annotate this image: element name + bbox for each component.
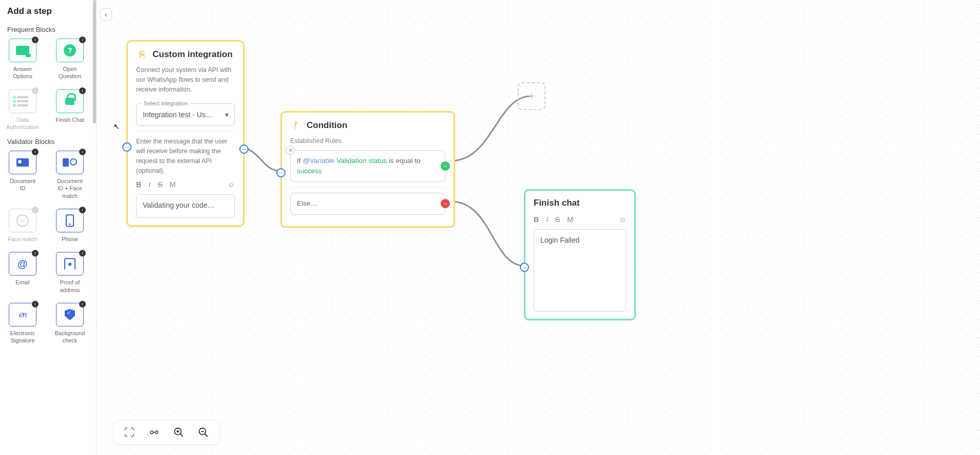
info-badge: i — [79, 207, 86, 213]
svg-line-5 — [205, 434, 208, 437]
rule-output-else[interactable]: → — [441, 199, 450, 208]
node-title: Finish chat — [534, 198, 580, 208]
italic-button[interactable]: I — [148, 179, 150, 190]
answer-icon — [16, 46, 29, 55]
format-bar: B I S M ☺ — [136, 179, 235, 190]
zoom-out-button[interactable] — [197, 426, 210, 439]
block-label: Data Authorization — [6, 116, 39, 131]
strike-button[interactable]: S — [555, 214, 560, 225]
integration-help: Enter the message that the user will rec… — [136, 137, 235, 175]
section-frequent-title: Frequent Blocks — [7, 26, 89, 33]
mono-button[interactable]: M — [567, 214, 573, 225]
info-badge: i — [32, 250, 39, 257]
zoom-in-button[interactable] — [172, 426, 185, 439]
block-data-auth[interactable]: i Data Authorization — [7, 89, 38, 131]
italic-button[interactable]: I — [546, 214, 548, 225]
block-electronic-signature[interactable]: ℯni Electronic Signature — [7, 303, 38, 344]
validators-grid: i Document ID i Document ID + Face match… — [7, 151, 89, 344]
info-badge: i — [32, 87, 39, 94]
info-badge: i — [32, 37, 39, 43]
rule-output-success[interactable]: → — [441, 161, 450, 171]
block-label: Background check — [54, 330, 85, 344]
rule-value: success — [297, 167, 322, 175]
port-in[interactable]: → — [520, 263, 529, 272]
rule-else-label: Else… — [297, 199, 317, 207]
flow-canvas[interactable]: ‹ ⎘ Custom integration Connect your syst… — [97, 0, 980, 455]
block-label: Face match — [8, 235, 37, 243]
fit-view-button[interactable]: ⛶ — [123, 426, 136, 439]
lock-icon — [65, 98, 74, 105]
block-label: Open Question — [54, 65, 85, 80]
signature-icon: ℯn — [18, 310, 27, 319]
collapse-sidebar-button[interactable]: ‹ — [100, 8, 112, 21]
block-finish-chat[interactable]: i Finish Chat — [54, 89, 85, 131]
select-label: Select integration — [141, 99, 190, 108]
data-icon — [17, 96, 28, 106]
rule-variable-name: Validation status — [336, 157, 387, 165]
block-label: Proof of address — [54, 279, 85, 294]
phone-icon — [66, 214, 74, 227]
finish-message-input[interactable]: Login Failed — [534, 229, 626, 312]
format-bar: B I S M ☺ — [534, 214, 626, 225]
port-in[interactable]: → — [276, 168, 286, 177]
block-proof-address[interactable]: i Proof of address — [54, 252, 85, 294]
info-badge: i — [32, 149, 39, 155]
emoji-button[interactable]: ☺ — [228, 179, 235, 190]
rule-variable-token: @Variable — [303, 157, 334, 165]
block-docid-face[interactable]: i Document ID + Face match — [54, 151, 85, 199]
cursor-icon: ↖ — [114, 122, 120, 131]
canvas-toolbar: ⛶ ⚯ — [113, 420, 220, 445]
info-badge: i — [32, 207, 39, 213]
node-finish-chat[interactable]: Finish chat B I S M ☺ Login Failed → — [524, 189, 636, 320]
svg-line-1 — [180, 434, 183, 437]
info-badge: i — [32, 301, 39, 307]
block-label: Electronic Signature — [7, 330, 38, 344]
layout-button[interactable]: ⚯ — [147, 426, 161, 439]
info-badge: i — [79, 250, 86, 257]
frequent-grid: i Answer Options ?i Open Question i Data… — [7, 39, 89, 131]
document-id-icon — [16, 158, 29, 167]
integration-icon: ⎘ — [136, 49, 147, 60]
email-icon: @ — [17, 258, 28, 270]
docid-face-icon — [63, 158, 77, 167]
condition-subtitle: Established Rules — [290, 136, 445, 146]
port-in[interactable]: → — [122, 142, 131, 152]
rule-if-kw: If — [297, 157, 301, 165]
bold-button[interactable]: B — [136, 179, 141, 190]
section-validators-title: Validator Blocks — [7, 138, 89, 145]
add-step-slot[interactable]: + — [518, 82, 545, 110]
remove-rule-button[interactable]: ✕ — [286, 145, 295, 155]
block-label: Document ID — [7, 177, 38, 192]
mono-button[interactable]: M — [169, 179, 176, 190]
block-label: Answer Options — [7, 65, 38, 80]
port-out[interactable]: → — [239, 144, 249, 154]
block-label: Phone — [62, 235, 78, 243]
condition-rule-if[interactable]: ✕ If @Variable Validation status is equa… — [290, 150, 445, 183]
bold-button[interactable]: B — [534, 214, 539, 225]
strike-button[interactable]: S — [158, 179, 162, 190]
integration-message-input[interactable]: Validating your code… — [136, 194, 235, 218]
rule-operator: is equal to — [389, 157, 421, 165]
emoji-button[interactable]: ☺ — [619, 214, 626, 225]
integration-desc: Connect your system via API with our Wha… — [136, 65, 235, 94]
node-title: Condition — [307, 120, 347, 131]
block-open-question[interactable]: ?i Open Question — [54, 39, 85, 80]
block-label: Email — [15, 279, 30, 286]
block-email[interactable]: @i Email — [7, 252, 38, 294]
block-background-check[interactable]: i Background check — [54, 303, 85, 344]
info-badge: i — [79, 37, 86, 43]
proof-icon — [64, 258, 76, 269]
block-label: Document ID + Face match — [54, 177, 85, 199]
node-custom-integration[interactable]: ⎘ Custom integration Connect your system… — [126, 40, 244, 227]
node-title: Custom integration — [153, 49, 233, 60]
question-icon: ? — [64, 44, 76, 57]
node-condition[interactable]: ᚡ Condition Established Rules ✕ If @Vari… — [280, 111, 455, 228]
block-label: Finish Chat — [55, 116, 84, 123]
block-answer-options[interactable]: i Answer Options — [7, 39, 38, 80]
block-document-id[interactable]: i Document ID — [7, 151, 38, 199]
condition-icon: ᚡ — [290, 120, 301, 131]
block-face-match[interactable]: ☺i Face match — [7, 209, 38, 243]
condition-rule-else[interactable]: Else… → — [290, 193, 445, 214]
block-phone[interactable]: i Phone — [54, 209, 85, 243]
info-badge: i — [79, 301, 86, 307]
